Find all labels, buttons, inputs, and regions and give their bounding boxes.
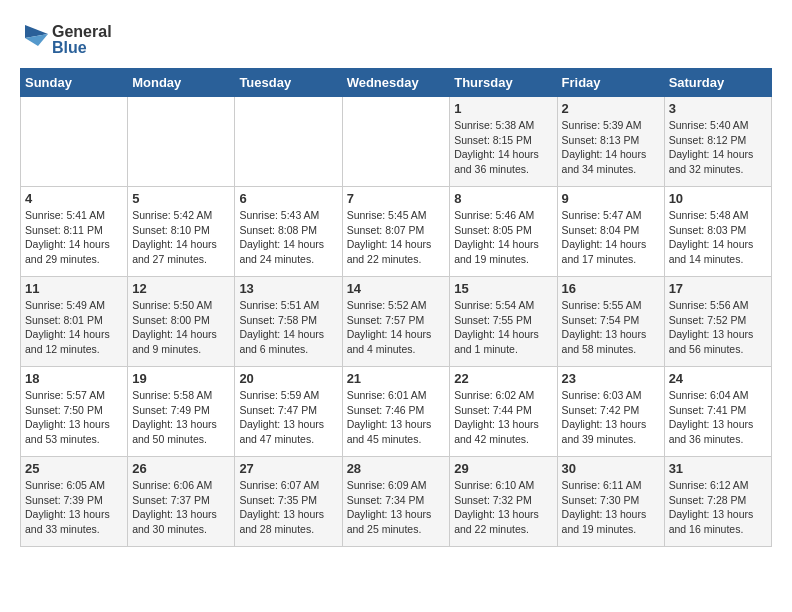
calendar-cell: 16Sunrise: 5:55 AM Sunset: 7:54 PM Dayli… (557, 277, 664, 367)
day-info: Sunrise: 6:11 AM Sunset: 7:30 PM Dayligh… (562, 478, 660, 537)
day-number: 14 (347, 281, 446, 296)
day-number: 15 (454, 281, 552, 296)
calendar-cell: 4Sunrise: 5:41 AM Sunset: 8:11 PM Daylig… (21, 187, 128, 277)
calendar-cell: 18Sunrise: 5:57 AM Sunset: 7:50 PM Dayli… (21, 367, 128, 457)
day-number: 4 (25, 191, 123, 206)
day-number: 25 (25, 461, 123, 476)
calendar-week-row: 1Sunrise: 5:38 AM Sunset: 8:15 PM Daylig… (21, 97, 772, 187)
day-info: Sunrise: 6:04 AM Sunset: 7:41 PM Dayligh… (669, 388, 767, 447)
day-number: 22 (454, 371, 552, 386)
day-info: Sunrise: 5:49 AM Sunset: 8:01 PM Dayligh… (25, 298, 123, 357)
day-number: 18 (25, 371, 123, 386)
day-number: 16 (562, 281, 660, 296)
calendar-week-row: 11Sunrise: 5:49 AM Sunset: 8:01 PM Dayli… (21, 277, 772, 367)
day-number: 26 (132, 461, 230, 476)
day-info: Sunrise: 6:09 AM Sunset: 7:34 PM Dayligh… (347, 478, 446, 537)
calendar-cell: 20Sunrise: 5:59 AM Sunset: 7:47 PM Dayli… (235, 367, 342, 457)
day-number: 13 (239, 281, 337, 296)
calendar-cell: 11Sunrise: 5:49 AM Sunset: 8:01 PM Dayli… (21, 277, 128, 367)
calendar-cell (21, 97, 128, 187)
day-number: 21 (347, 371, 446, 386)
calendar-cell: 6Sunrise: 5:43 AM Sunset: 8:08 PM Daylig… (235, 187, 342, 277)
day-info: Sunrise: 5:52 AM Sunset: 7:57 PM Dayligh… (347, 298, 446, 357)
day-number: 29 (454, 461, 552, 476)
calendar-cell: 15Sunrise: 5:54 AM Sunset: 7:55 PM Dayli… (450, 277, 557, 367)
day-info: Sunrise: 6:10 AM Sunset: 7:32 PM Dayligh… (454, 478, 552, 537)
day-number: 23 (562, 371, 660, 386)
logo: GeneralBlue (20, 20, 115, 58)
day-number: 28 (347, 461, 446, 476)
svg-text:Blue: Blue (52, 39, 87, 56)
calendar-cell: 9Sunrise: 5:47 AM Sunset: 8:04 PM Daylig… (557, 187, 664, 277)
day-info: Sunrise: 5:38 AM Sunset: 8:15 PM Dayligh… (454, 118, 552, 177)
calendar-table: SundayMondayTuesdayWednesdayThursdayFrid… (20, 68, 772, 547)
calendar-cell: 31Sunrise: 6:12 AM Sunset: 7:28 PM Dayli… (664, 457, 771, 547)
svg-text:General: General (52, 23, 112, 40)
weekday-header: Thursday (450, 69, 557, 97)
day-info: Sunrise: 5:57 AM Sunset: 7:50 PM Dayligh… (25, 388, 123, 447)
day-number: 3 (669, 101, 767, 116)
day-number: 30 (562, 461, 660, 476)
day-info: Sunrise: 6:02 AM Sunset: 7:44 PM Dayligh… (454, 388, 552, 447)
weekday-header: Sunday (21, 69, 128, 97)
day-info: Sunrise: 5:56 AM Sunset: 7:52 PM Dayligh… (669, 298, 767, 357)
calendar-cell: 8Sunrise: 5:46 AM Sunset: 8:05 PM Daylig… (450, 187, 557, 277)
calendar-cell: 19Sunrise: 5:58 AM Sunset: 7:49 PM Dayli… (128, 367, 235, 457)
day-number: 31 (669, 461, 767, 476)
calendar-cell: 25Sunrise: 6:05 AM Sunset: 7:39 PM Dayli… (21, 457, 128, 547)
day-number: 20 (239, 371, 337, 386)
calendar-cell: 12Sunrise: 5:50 AM Sunset: 8:00 PM Dayli… (128, 277, 235, 367)
day-info: Sunrise: 5:45 AM Sunset: 8:07 PM Dayligh… (347, 208, 446, 267)
day-info: Sunrise: 6:05 AM Sunset: 7:39 PM Dayligh… (25, 478, 123, 537)
calendar-cell: 17Sunrise: 5:56 AM Sunset: 7:52 PM Dayli… (664, 277, 771, 367)
day-number: 5 (132, 191, 230, 206)
calendar-cell: 14Sunrise: 5:52 AM Sunset: 7:57 PM Dayli… (342, 277, 450, 367)
day-number: 24 (669, 371, 767, 386)
calendar-cell: 5Sunrise: 5:42 AM Sunset: 8:10 PM Daylig… (128, 187, 235, 277)
day-number: 1 (454, 101, 552, 116)
day-info: Sunrise: 5:51 AM Sunset: 7:58 PM Dayligh… (239, 298, 337, 357)
calendar-cell (235, 97, 342, 187)
calendar-cell: 22Sunrise: 6:02 AM Sunset: 7:44 PM Dayli… (450, 367, 557, 457)
day-number: 11 (25, 281, 123, 296)
day-number: 7 (347, 191, 446, 206)
calendar-cell: 26Sunrise: 6:06 AM Sunset: 7:37 PM Dayli… (128, 457, 235, 547)
day-info: Sunrise: 5:55 AM Sunset: 7:54 PM Dayligh… (562, 298, 660, 357)
page-header: GeneralBlue (20, 20, 772, 58)
calendar-cell: 30Sunrise: 6:11 AM Sunset: 7:30 PM Dayli… (557, 457, 664, 547)
day-number: 12 (132, 281, 230, 296)
calendar-week-row: 4Sunrise: 5:41 AM Sunset: 8:11 PM Daylig… (21, 187, 772, 277)
calendar-cell: 10Sunrise: 5:48 AM Sunset: 8:03 PM Dayli… (664, 187, 771, 277)
logo-svg: GeneralBlue (20, 20, 115, 58)
day-number: 8 (454, 191, 552, 206)
day-number: 10 (669, 191, 767, 206)
day-info: Sunrise: 5:47 AM Sunset: 8:04 PM Dayligh… (562, 208, 660, 267)
day-number: 27 (239, 461, 337, 476)
calendar-cell: 28Sunrise: 6:09 AM Sunset: 7:34 PM Dayli… (342, 457, 450, 547)
calendar-cell: 29Sunrise: 6:10 AM Sunset: 7:32 PM Dayli… (450, 457, 557, 547)
day-info: Sunrise: 6:03 AM Sunset: 7:42 PM Dayligh… (562, 388, 660, 447)
day-info: Sunrise: 5:54 AM Sunset: 7:55 PM Dayligh… (454, 298, 552, 357)
day-info: Sunrise: 6:01 AM Sunset: 7:46 PM Dayligh… (347, 388, 446, 447)
weekday-header: Monday (128, 69, 235, 97)
day-info: Sunrise: 5:43 AM Sunset: 8:08 PM Dayligh… (239, 208, 337, 267)
day-number: 9 (562, 191, 660, 206)
weekday-header: Wednesday (342, 69, 450, 97)
day-info: Sunrise: 6:07 AM Sunset: 7:35 PM Dayligh… (239, 478, 337, 537)
calendar-header-row: SundayMondayTuesdayWednesdayThursdayFrid… (21, 69, 772, 97)
day-info: Sunrise: 5:59 AM Sunset: 7:47 PM Dayligh… (239, 388, 337, 447)
day-info: Sunrise: 6:06 AM Sunset: 7:37 PM Dayligh… (132, 478, 230, 537)
calendar-cell: 27Sunrise: 6:07 AM Sunset: 7:35 PM Dayli… (235, 457, 342, 547)
day-number: 6 (239, 191, 337, 206)
weekday-header: Friday (557, 69, 664, 97)
calendar-cell: 21Sunrise: 6:01 AM Sunset: 7:46 PM Dayli… (342, 367, 450, 457)
day-info: Sunrise: 5:50 AM Sunset: 8:00 PM Dayligh… (132, 298, 230, 357)
day-info: Sunrise: 5:46 AM Sunset: 8:05 PM Dayligh… (454, 208, 552, 267)
day-number: 2 (562, 101, 660, 116)
calendar-cell: 1Sunrise: 5:38 AM Sunset: 8:15 PM Daylig… (450, 97, 557, 187)
day-info: Sunrise: 5:41 AM Sunset: 8:11 PM Dayligh… (25, 208, 123, 267)
calendar-cell (342, 97, 450, 187)
day-number: 19 (132, 371, 230, 386)
day-info: Sunrise: 6:12 AM Sunset: 7:28 PM Dayligh… (669, 478, 767, 537)
calendar-cell: 24Sunrise: 6:04 AM Sunset: 7:41 PM Dayli… (664, 367, 771, 457)
